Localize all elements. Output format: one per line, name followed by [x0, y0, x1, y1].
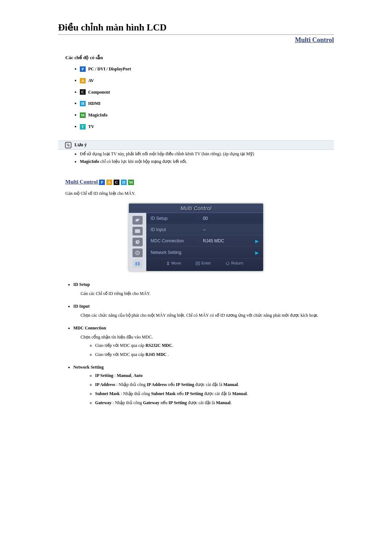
- net-gateway: Gateway : Nhập thủ công Gateway nếu IP S…: [95, 400, 334, 406]
- osd-footer: Move Enter Return: [146, 259, 263, 268]
- p-icon: P: [99, 180, 105, 185]
- section-link-multi-control[interactable]: Multi Control: [58, 36, 334, 44]
- id-input-desc: Chọn các chức năng của bộ phát cho một M…: [81, 313, 334, 318]
- osd-panel: Multi Control ID Setup : 00 ID Input :: [129, 204, 263, 271]
- multi-control-heading-text: Multi Control: [65, 179, 98, 185]
- multi-control-heading: Multi Control PACHM: [65, 179, 334, 185]
- net-subnet-mask: Subnet Mask : Nhập thủ công Subnet Mask …: [95, 391, 334, 397]
- osd-row-network-setting[interactable]: Network Setting ▶: [146, 247, 263, 259]
- mode-av-label: AV: [88, 78, 94, 83]
- osd-id-setup-label: ID Setup: [151, 216, 198, 221]
- page-title: Điều chỉnh màn hình LCD: [58, 22, 334, 33]
- note-line1: Để sử dụng loại TV này, phải kết nối một…: [80, 151, 334, 157]
- osd-id-setup-value: 00: [203, 216, 259, 221]
- a-icon: A: [80, 78, 86, 83]
- mode-av: A AV: [80, 78, 334, 83]
- chevron-right-icon: ▶: [255, 238, 259, 244]
- osd-mdc-value: RJ45 MDC: [203, 238, 255, 243]
- mdc-sub-rj45: Giao tiếp với MDC qua cáp RJ45 MDC .: [95, 352, 334, 357]
- mode-component: C Component: [80, 89, 334, 95]
- osd-rows: ID Setup : 00 ID Input : -- MDC Connecti…: [146, 213, 263, 271]
- osd-row-mdc-connection[interactable]: MDC Connection : RJ45 MDC ▶: [146, 235, 263, 247]
- osd-row-id-input[interactable]: ID Input : --: [146, 224, 263, 235]
- osd-id-input-label: ID Input: [151, 227, 198, 232]
- note-icon: [65, 141, 72, 149]
- osd-setup-icon[interactable]: [132, 249, 143, 257]
- m-icon: M: [128, 180, 134, 185]
- mode-hdmi: H HDMI: [80, 100, 334, 106]
- osd-return-hint: Return: [225, 261, 243, 265]
- h-icon: H: [80, 101, 86, 106]
- item-id-setup: ID Setup Gán các Chỉ số ID riêng biệt ch…: [73, 282, 334, 296]
- multi-control-desc: Gán mộ Chỉ số ID riêng biệt cho MÁY.: [65, 191, 334, 196]
- mode-tv: T TV: [80, 124, 334, 130]
- svg-rect-6: [138, 262, 140, 266]
- svg-rect-1: [135, 229, 140, 233]
- osd-move-hint: Move: [166, 261, 181, 265]
- mdc-desc: Chọn cổng nhận tín hiệu đầu vào MDC.: [81, 335, 334, 340]
- p-icon: P: [80, 66, 86, 72]
- c-icon: C: [114, 180, 119, 185]
- modes-heading: Các chế độ có sẵn: [65, 55, 334, 61]
- osd-tool-icon[interactable]: [132, 216, 143, 225]
- svg-rect-5: [135, 262, 137, 266]
- mdc-head: MDC Connection: [73, 325, 106, 331]
- h-icon: H: [121, 180, 127, 185]
- osd-row-id-setup[interactable]: ID Setup : 00: [146, 213, 263, 224]
- osd-net-label: Network Setting: [151, 250, 198, 255]
- osd-mdc-label: MDC Connection: [151, 238, 198, 243]
- note-bar: Lưu ý: [58, 140, 334, 150]
- mode-pc-label: PC / DVI / DisplayPort: [88, 66, 131, 71]
- settings-list: ID Setup Gán các Chỉ số ID riêng biệt ch…: [73, 282, 334, 406]
- item-mdc-connection: MDC Connection Chọn cổng nhận tín hiệu đ…: [73, 325, 334, 357]
- note-heading: Lưu ý: [74, 141, 87, 147]
- osd-sidebar: [129, 213, 146, 271]
- osd-multicontrol-icon[interactable]: [132, 259, 143, 268]
- osd-title: Multi Control: [129, 204, 263, 213]
- id-setup-head: ID Setup: [73, 282, 90, 287]
- mode-hdmi-label: HDMI: [88, 101, 101, 106]
- modes-list: P PC / DVI / DisplayPort A AV C Componen…: [80, 66, 334, 130]
- net-ip-address: IP Address : Nhập thủ công IP Address nế…: [95, 382, 334, 387]
- chevron-right-icon: ▶: [255, 250, 259, 255]
- a-icon: A: [106, 180, 112, 185]
- note-line2-strong: MagicInfo: [80, 159, 99, 164]
- t-icon: T: [80, 124, 86, 130]
- m-icon: M: [80, 112, 86, 118]
- mdc-sub-rs232c: Giao tiếp với MDC qua cáp RS232C MDC.: [95, 343, 334, 348]
- mode-tv-label: TV: [88, 124, 94, 129]
- mode-component-label: Component: [88, 89, 110, 94]
- note-list: Để sử dụng loại TV này, phải kết nối một…: [80, 151, 334, 164]
- mode-magicinfo-label: MagicInfo: [88, 112, 107, 118]
- id-setup-desc: Gán các Chỉ số ID riêng biệt cho MÁY.: [81, 291, 334, 296]
- osd-time-icon[interactable]: [132, 238, 143, 246]
- id-input-head: ID Input: [73, 304, 90, 309]
- mode-pc: P PC / DVI / DisplayPort: [80, 66, 334, 72]
- net-head: Network Setting: [73, 365, 104, 370]
- divider: [58, 34, 334, 35]
- item-network-setting: Network Setting IP Setting : Manual, Aut…: [73, 365, 334, 406]
- item-id-input: ID Input Chọn các chức năng của bộ phát …: [73, 304, 334, 318]
- osd-id-input-value: --: [203, 227, 259, 232]
- mode-magicinfo: M MagicInfo: [80, 112, 334, 118]
- note-line2-rest: chỉ có hiệu lực khi một hộp mạng được kế…: [99, 159, 187, 164]
- c-icon: C: [80, 89, 86, 95]
- osd-enter-hint: Enter: [196, 261, 211, 265]
- note-line2: MagicInfo chỉ có hiệu lực khi một hộp mạ…: [80, 159, 334, 164]
- net-ip-setting: IP Setting : Manual, Auto: [95, 373, 334, 378]
- svg-point-4: [137, 252, 138, 253]
- osd-picture-icon[interactable]: [132, 227, 143, 235]
